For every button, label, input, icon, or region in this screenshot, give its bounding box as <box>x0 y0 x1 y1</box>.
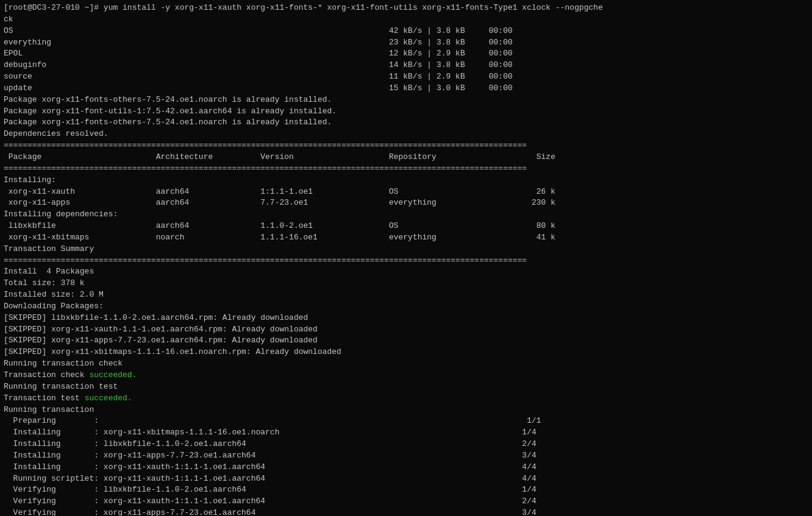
terminal-line: [SKIPPED] xorg-x11-xauth-1.1-1.oe1.aarch… <box>4 324 808 336</box>
terminal-line: Running transaction <box>4 405 808 416</box>
terminal-line: Transaction test succeeded. <box>4 393 808 405</box>
terminal-line: Package xorg-x11-fonts-others-7.5-24.oe1… <box>4 94 808 106</box>
terminal-line: OS 42 kB/s | 3.8 kB 00:00 <box>4 26 808 37</box>
terminal-line: Verifying : xorg-x11-xauth-1:1.1-1.oe1.a… <box>4 496 808 507</box>
terminal-line: [SKIPPED] xorg-x11-xbitmaps-1.1.1-16.oe1… <box>4 347 808 358</box>
terminal-line: Transaction check succeeded. <box>4 370 808 381</box>
terminal-line: Running transaction test <box>4 381 808 393</box>
terminal-line: Installing : xorg-x11-xauth-1:1.1-1.oe1.… <box>4 462 808 473</box>
terminal-line: ck <box>4 14 808 26</box>
terminal-line: [root@DC3-27-010 ~]# yum install -y xorg… <box>4 2 808 14</box>
terminal-line: Total size: 378 k <box>4 278 808 289</box>
terminal-line: Package Architecture Version Repository … <box>4 152 808 163</box>
terminal-line: source 11 kB/s | 2.9 kB 00:00 <box>4 71 808 83</box>
terminal-line: xorg-x11-xbitmaps noarch 1.1.1-16.oe1 ev… <box>4 232 808 244</box>
terminal-line: Installing : xorg-x11-xbitmaps-1.1.1-16.… <box>4 427 808 439</box>
command-text: yum install -y xorg-x11-xauth xorg-x11-f… <box>104 3 603 12</box>
terminal-line: Installing: <box>4 175 808 186</box>
terminal-line: Dependencies resolved. <box>4 129 808 140</box>
terminal-line: EPOL 12 kB/s | 2.9 kB 00:00 <box>4 48 808 60</box>
terminal-line: Transaction Summary <box>4 244 808 255</box>
terminal-line: update 15 kB/s | 3.0 kB 00:00 <box>4 83 808 94</box>
terminal-output: [root@DC3-27-010 ~]# yum install -y xorg… <box>4 2 808 516</box>
terminal-line: ========================================… <box>4 255 808 267</box>
terminal-line: Downloading Packages: <box>4 301 808 313</box>
terminal-line: Package xorg-x11-font-utils-1:7.5-42.oe1… <box>4 106 808 118</box>
terminal-line: libxkbfile aarch64 1.1.0-2.oe1 OS 80 k <box>4 221 808 232</box>
terminal-line: Verifying : xorg-x11-apps-7.7-23.oe1.aar… <box>4 507 808 516</box>
terminal-line: ========================================… <box>4 140 808 152</box>
terminal-line: ========================================… <box>4 163 808 175</box>
terminal-line: Running scriptlet: xorg-x11-xauth-1:1.1-… <box>4 473 808 485</box>
terminal-line: [SKIPPED] libxkbfile-1.1.0-2.oe1.aarch64… <box>4 313 808 324</box>
terminal-line: Installing : xorg-x11-apps-7.7-23.oe1.aa… <box>4 450 808 462</box>
terminal-line: Installing dependencies: <box>4 209 808 221</box>
terminal: [root@DC3-27-010 ~]# yum install -y xorg… <box>0 0 812 516</box>
terminal-line: [SKIPPED] xorg-x11-apps-7.7-23.oe1.aarch… <box>4 335 808 347</box>
terminal-line: Running transaction check <box>4 358 808 370</box>
terminal-line: everything 23 kB/s | 3.8 kB 00:00 <box>4 37 808 49</box>
terminal-line: Installed size: 2.0 M <box>4 289 808 301</box>
terminal-line: Install 4 Packages <box>4 266 808 278</box>
terminal-line: xorg-x11-apps aarch64 7.7-23.oe1 everyth… <box>4 197 808 209</box>
prompt: [root@DC3-27-010 ~]# <box>4 3 104 12</box>
terminal-line: Verifying : libxkbfile-1.1.0-2.oe1.aarch… <box>4 484 808 496</box>
terminal-line: xorg-x11-xauth aarch64 1:1.1-1.oe1 OS 26… <box>4 186 808 198</box>
terminal-line: Preparing : 1/1 <box>4 415 808 427</box>
terminal-line: debuginfo 14 kB/s | 3.8 kB 00:00 <box>4 60 808 71</box>
terminal-line: Package xorg-x11-fonts-others-7.5-24.oe1… <box>4 117 808 129</box>
terminal-line: Installing : libxkbfile-1.1.0-2.oe1.aarc… <box>4 439 808 450</box>
